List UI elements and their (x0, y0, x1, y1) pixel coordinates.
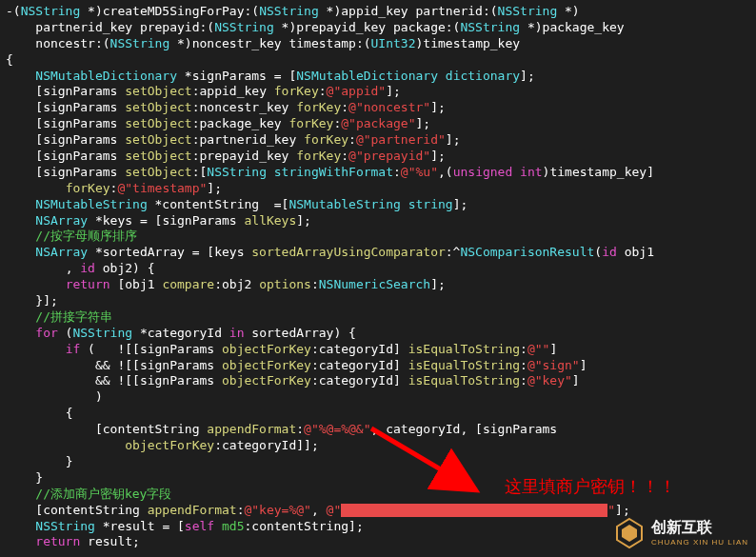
code-token: ]; (520, 69, 535, 83)
code-token: obj1 (617, 245, 654, 259)
code-token: [signParams (6, 165, 125, 179)
code-token: " (607, 503, 615, 517)
code-token: NSMutableDictionary (296, 69, 438, 83)
code-token: setObject (125, 100, 191, 114)
watermark-logo-icon (613, 517, 646, 549)
code-line: [contentString appendFormat:@"key=%@", @… (6, 503, 750, 519)
code-token: :package_key (192, 116, 289, 130)
code-token: [signParams (6, 132, 125, 147)
code-token: NSString (259, 4, 319, 18)
code-token: ]; (416, 116, 431, 130)
code-token: -( (6, 4, 21, 18)
code-line: noncestr:(NSString *)noncestr_key timest… (6, 36, 750, 52)
code-token: ,( (438, 165, 453, 179)
code-token: ]; (386, 84, 401, 98)
code-token: unsigned int (453, 165, 543, 179)
code-token: setObject (125, 149, 191, 163)
code-token: id (80, 261, 95, 275)
code-token: ]; (430, 100, 446, 114)
code-token: return (66, 277, 110, 291)
code-token: ] (549, 342, 557, 356)
code-token: dictionary (446, 69, 520, 83)
code-token: NSNumericSearch (319, 277, 430, 291)
code-token: *keys = [signParams (88, 213, 244, 228)
code-token: :partnerid_key (192, 132, 304, 147)
code-token: { (6, 52, 13, 67)
code-token: result; (80, 534, 140, 548)
code-token: *)createMD5SingForPay:( (80, 4, 259, 18)
code-token: *) (557, 4, 579, 18)
code-token: :appid_key (192, 84, 274, 98)
code-line: ) (6, 389, 750, 406)
code-token: @"prepayid" (348, 149, 430, 163)
code-token: @" (327, 503, 342, 517)
code-token: ]; (615, 503, 630, 517)
code-token: *)prepayid_key package:( (274, 20, 461, 34)
code-token: partnerid_key prepayid:( (6, 20, 214, 34)
code-token: forKey (296, 100, 341, 114)
code-token: ( (594, 245, 602, 259)
code-token: NSString (35, 519, 95, 533)
code-token: *)noncestr_key timestamp:( (169, 36, 370, 50)
code-token: *sortedArray = [keys (88, 245, 251, 259)
code-token: objectForKey (125, 438, 214, 452)
code-token: NSArray (35, 213, 88, 228)
code-token: )timestamp_key] (543, 165, 654, 179)
code-token: ]; (453, 197, 468, 211)
code-token: @"key" (527, 373, 572, 388)
code-token: NSString (460, 20, 520, 34)
code-line: } (6, 454, 750, 470)
code-token: [obj1 (110, 277, 163, 291)
code-token (6, 519, 35, 533)
code-token: ) (6, 389, 103, 404)
code-token: :contentString]; (244, 519, 363, 533)
code-token: [signParams (6, 100, 125, 114)
code-token: NSString (214, 20, 274, 34)
code-token: [signParams (6, 84, 125, 98)
code-token: :categoryId]]; (214, 438, 319, 452)
code-token: *contentString =[ (148, 197, 289, 211)
code-token: [signParams (6, 149, 125, 163)
code-token (6, 245, 35, 259)
code-token: isEqualToString (408, 358, 520, 372)
code-token: id (602, 245, 617, 259)
code-token: [signParams (6, 116, 125, 130)
code-token: forKey (296, 149, 341, 163)
code-token: forKey (304, 132, 348, 147)
code-token: //按字母顺序排序 (35, 229, 137, 243)
code-token: ]; (430, 277, 446, 291)
code-token: @"appid" (327, 84, 387, 98)
code-token: md5 (222, 519, 244, 533)
code-token: forKey (288, 116, 333, 130)
code-token: setObject (125, 132, 191, 147)
code-token: :categoryId] (311, 342, 408, 356)
code-token: sortedArrayUsingComparator (251, 245, 446, 259)
code-token: objectForKey (222, 342, 311, 356)
code-token: : (520, 342, 527, 356)
code-token: NSMutableString (288, 197, 400, 211)
code-token: allKeys (244, 213, 296, 228)
code-token (6, 438, 125, 452)
code-token: setObject (125, 116, 191, 130)
watermark: 创新互联 CHUANG XIN HU LIAN (613, 517, 748, 549)
code-token: compare (162, 277, 214, 291)
code-line: //拼接字符串 (6, 309, 750, 326)
code-token: stringWithFormat (274, 165, 393, 179)
code-token (6, 326, 35, 340)
code-token: , (311, 503, 327, 517)
code-line: -(NSString *)createMD5SingForPay:(NSStri… (6, 4, 750, 20)
code-token: objectForKey (222, 358, 311, 372)
code-token: && ![[signParams (6, 358, 222, 372)
code-token (6, 69, 35, 83)
code-line: if ( ![[signParams objectForKey:category… (6, 342, 750, 358)
code-token: :categoryId] (311, 373, 408, 388)
redacted-value (341, 504, 607, 517)
code-token: //拼接字符串 (35, 309, 112, 324)
code-line: [signParams setObject:noncestr_key forKe… (6, 100, 750, 116)
code-token: forKey (274, 84, 319, 98)
code-token (6, 197, 35, 211)
code-token: : (296, 422, 304, 436)
code-line: partnerid_key prepayid:(NSString *)prepa… (6, 20, 750, 36)
code-line: objectForKey:categoryId]]; (6, 438, 750, 454)
code-line: for (NSString *categoryId in sortedArray… (6, 326, 750, 342)
